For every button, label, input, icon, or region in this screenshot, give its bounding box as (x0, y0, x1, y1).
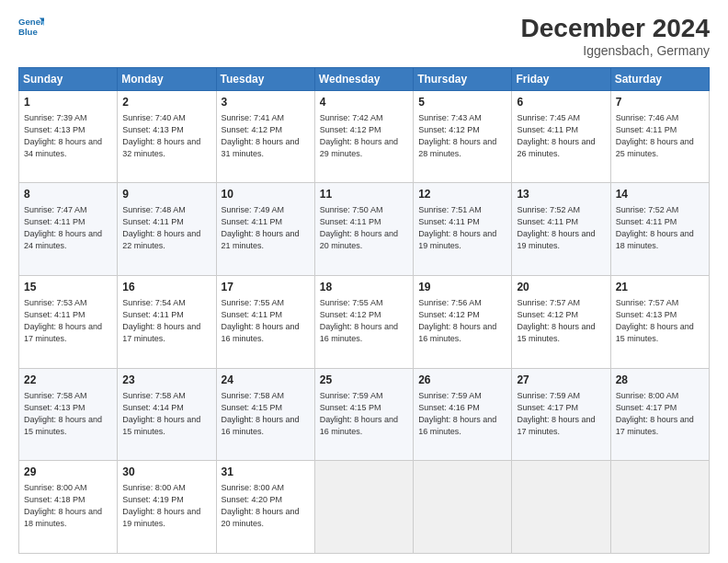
day-number: 18 (320, 280, 408, 295)
calendar-cell: 25Sunrise: 7:59 AMSunset: 4:15 PMDayligh… (314, 368, 413, 461)
subtitle: Iggensbach, Germany (521, 43, 710, 58)
day-number: 7 (616, 95, 704, 110)
day-number: 26 (418, 373, 506, 388)
calendar-cell: 12Sunrise: 7:51 AMSunset: 4:11 PMDayligh… (414, 183, 512, 276)
day-number: 20 (517, 280, 605, 295)
calendar-cell: 2Sunrise: 7:40 AMSunset: 4:13 PMDaylight… (118, 90, 216, 183)
calendar-cell (512, 461, 610, 554)
col-friday: Friday (512, 67, 610, 90)
cell-content: Sunrise: 8:00 AMSunset: 4:17 PMDaylight:… (616, 391, 694, 436)
cell-content: Sunrise: 7:58 AMSunset: 4:14 PMDaylight:… (122, 391, 200, 436)
calendar-cell: 30Sunrise: 8:00 AMSunset: 4:19 PMDayligh… (118, 461, 216, 554)
calendar-cell: 1Sunrise: 7:39 AMSunset: 4:13 PMDaylight… (19, 90, 118, 183)
calendar-table: Sunday Monday Tuesday Wednesday Thursday… (18, 67, 710, 554)
day-number: 10 (222, 187, 310, 202)
day-number: 21 (616, 280, 704, 295)
day-number: 4 (320, 95, 408, 110)
cell-content: Sunrise: 7:58 AMSunset: 4:13 PMDaylight:… (24, 391, 102, 436)
calendar-cell (610, 461, 709, 554)
day-number: 8 (24, 187, 112, 202)
week-row-5: 29Sunrise: 8:00 AMSunset: 4:18 PMDayligh… (19, 461, 710, 554)
col-sunday: Sunday (19, 67, 118, 90)
day-number: 28 (616, 373, 704, 388)
calendar-cell: 4Sunrise: 7:42 AMSunset: 4:12 PMDaylight… (314, 90, 413, 183)
calendar-cell: 24Sunrise: 7:58 AMSunset: 4:15 PMDayligh… (216, 368, 314, 461)
cell-content: Sunrise: 7:43 AMSunset: 4:12 PMDaylight:… (418, 113, 496, 158)
main-title: December 2024 (521, 15, 710, 43)
calendar-cell: 19Sunrise: 7:56 AMSunset: 4:12 PMDayligh… (414, 276, 512, 369)
calendar-cell: 27Sunrise: 7:59 AMSunset: 4:17 PMDayligh… (512, 368, 610, 461)
calendar-cell: 11Sunrise: 7:50 AMSunset: 4:11 PMDayligh… (314, 183, 413, 276)
calendar-cell: 23Sunrise: 7:58 AMSunset: 4:14 PMDayligh… (118, 368, 216, 461)
cell-content: Sunrise: 7:47 AMSunset: 4:11 PMDaylight:… (24, 205, 102, 250)
cell-content: Sunrise: 7:53 AMSunset: 4:11 PMDaylight:… (24, 298, 102, 343)
week-row-3: 15Sunrise: 7:53 AMSunset: 4:11 PMDayligh… (19, 276, 710, 369)
cell-content: Sunrise: 7:51 AMSunset: 4:11 PMDaylight:… (418, 205, 496, 250)
calendar-cell: 21Sunrise: 7:57 AMSunset: 4:13 PMDayligh… (610, 276, 709, 369)
week-row-4: 22Sunrise: 7:58 AMSunset: 4:13 PMDayligh… (19, 368, 710, 461)
calendar-cell: 16Sunrise: 7:54 AMSunset: 4:11 PMDayligh… (118, 276, 216, 369)
col-saturday: Saturday (610, 67, 709, 90)
day-number: 27 (517, 373, 605, 388)
col-thursday: Thursday (414, 67, 512, 90)
cell-content: Sunrise: 7:39 AMSunset: 4:13 PMDaylight:… (24, 113, 102, 158)
week-row-1: 1Sunrise: 7:39 AMSunset: 4:13 PMDaylight… (19, 90, 710, 183)
cell-content: Sunrise: 7:54 AMSunset: 4:11 PMDaylight:… (122, 298, 200, 343)
day-number: 16 (122, 280, 210, 295)
day-number: 15 (24, 280, 112, 295)
calendar-cell: 13Sunrise: 7:52 AMSunset: 4:11 PMDayligh… (512, 183, 610, 276)
calendar-body: 1Sunrise: 7:39 AMSunset: 4:13 PMDaylight… (19, 90, 710, 553)
cell-content: Sunrise: 7:41 AMSunset: 4:12 PMDaylight:… (222, 113, 300, 158)
cell-content: Sunrise: 7:52 AMSunset: 4:11 PMDaylight:… (517, 205, 595, 250)
header-row: Sunday Monday Tuesday Wednesday Thursday… (19, 67, 710, 90)
day-number: 22 (24, 373, 112, 388)
cell-content: Sunrise: 7:57 AMSunset: 4:12 PMDaylight:… (517, 298, 595, 343)
day-number: 23 (122, 373, 210, 388)
calendar-cell: 26Sunrise: 7:59 AMSunset: 4:16 PMDayligh… (414, 368, 512, 461)
header: General Blue December 2024 Iggensbach, G… (18, 15, 710, 58)
calendar-cell: 10Sunrise: 7:49 AMSunset: 4:11 PMDayligh… (216, 183, 314, 276)
day-number: 11 (320, 187, 408, 202)
day-number: 6 (517, 95, 605, 110)
calendar-cell: 17Sunrise: 7:55 AMSunset: 4:11 PMDayligh… (216, 276, 314, 369)
cell-content: Sunrise: 7:57 AMSunset: 4:13 PMDaylight:… (616, 298, 694, 343)
cell-content: Sunrise: 7:52 AMSunset: 4:11 PMDaylight:… (616, 205, 694, 250)
cell-content: Sunrise: 7:59 AMSunset: 4:15 PMDaylight:… (320, 391, 398, 436)
day-number: 30 (122, 465, 210, 480)
cell-content: Sunrise: 8:00 AMSunset: 4:20 PMDaylight:… (222, 483, 300, 528)
day-number: 1 (24, 95, 112, 110)
cell-content: Sunrise: 7:55 AMSunset: 4:12 PMDaylight:… (320, 298, 398, 343)
day-number: 3 (222, 95, 310, 110)
day-number: 14 (616, 187, 704, 202)
svg-text:Blue: Blue (18, 27, 38, 37)
cell-content: Sunrise: 7:55 AMSunset: 4:11 PMDaylight:… (222, 298, 300, 343)
col-monday: Monday (118, 67, 216, 90)
calendar-cell (314, 461, 413, 554)
calendar-cell: 28Sunrise: 8:00 AMSunset: 4:17 PMDayligh… (610, 368, 709, 461)
calendar-cell: 9Sunrise: 7:48 AMSunset: 4:11 PMDaylight… (118, 183, 216, 276)
cell-content: Sunrise: 7:56 AMSunset: 4:12 PMDaylight:… (418, 298, 496, 343)
calendar-cell: 29Sunrise: 8:00 AMSunset: 4:18 PMDayligh… (19, 461, 118, 554)
calendar-cell: 3Sunrise: 7:41 AMSunset: 4:12 PMDaylight… (216, 90, 314, 183)
calendar-cell: 31Sunrise: 8:00 AMSunset: 4:20 PMDayligh… (216, 461, 314, 554)
cell-content: Sunrise: 7:42 AMSunset: 4:12 PMDaylight:… (320, 113, 398, 158)
calendar-cell: 6Sunrise: 7:45 AMSunset: 4:11 PMDaylight… (512, 90, 610, 183)
calendar-cell (414, 461, 512, 554)
page: General Blue December 2024 Iggensbach, G… (0, 0, 728, 563)
calendar-cell: 15Sunrise: 7:53 AMSunset: 4:11 PMDayligh… (19, 276, 118, 369)
day-number: 17 (222, 280, 310, 295)
calendar-cell: 7Sunrise: 7:46 AMSunset: 4:11 PMDaylight… (610, 90, 709, 183)
day-number: 13 (517, 187, 605, 202)
day-number: 2 (122, 95, 210, 110)
logo: General Blue (18, 15, 44, 40)
calendar-cell: 5Sunrise: 7:43 AMSunset: 4:12 PMDaylight… (414, 90, 512, 183)
cell-content: Sunrise: 7:59 AMSunset: 4:16 PMDaylight:… (418, 391, 496, 436)
cell-content: Sunrise: 7:59 AMSunset: 4:17 PMDaylight:… (517, 391, 595, 436)
col-tuesday: Tuesday (216, 67, 314, 90)
logo-icon: General Blue (18, 15, 44, 40)
day-number: 12 (418, 187, 506, 202)
cell-content: Sunrise: 8:00 AMSunset: 4:19 PMDaylight:… (122, 483, 200, 528)
cell-content: Sunrise: 7:58 AMSunset: 4:15 PMDaylight:… (222, 391, 300, 436)
calendar-cell: 20Sunrise: 7:57 AMSunset: 4:12 PMDayligh… (512, 276, 610, 369)
day-number: 31 (222, 465, 310, 480)
